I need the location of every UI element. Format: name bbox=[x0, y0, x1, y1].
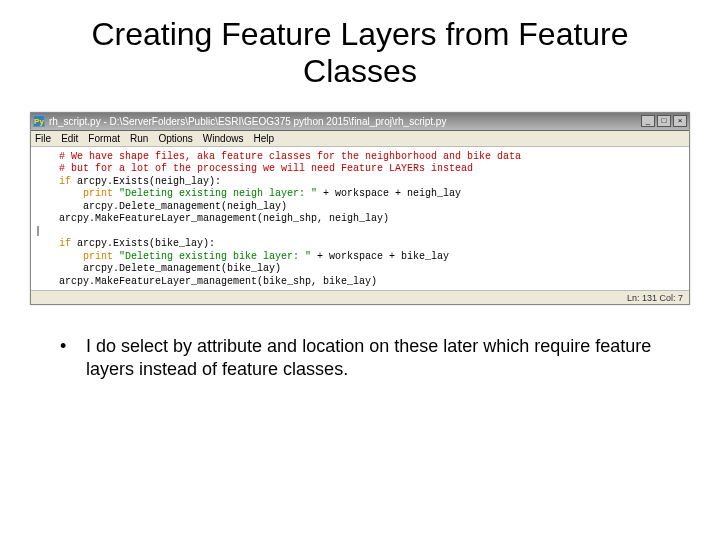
code-string-1: "Deleting existing neigh layer: " bbox=[113, 188, 317, 199]
close-button[interactable]: × bbox=[673, 115, 687, 127]
code-editor[interactable]: # We have shape files, aka feature class… bbox=[31, 147, 689, 291]
bullet-text: I do select by attribute and location on… bbox=[86, 335, 660, 380]
code-line-9b: + workspace + bike_lay bbox=[311, 251, 449, 262]
code-string-2: "Deleting existing bike layer: " bbox=[113, 251, 311, 262]
code-line-4b: + workspace + neigh_lay bbox=[317, 188, 461, 199]
code-line-3: arcpy.Exists(neigh_lay): bbox=[71, 176, 221, 187]
bullet-dot-icon: • bbox=[60, 335, 86, 380]
code-line-6: arcpy.MakeFeatureLayer_management(neigh_… bbox=[59, 213, 389, 224]
minimize-button[interactable]: _ bbox=[641, 115, 655, 127]
window-title-text: rh_script.py - D:\ServerFolders\Public\E… bbox=[49, 116, 641, 127]
menu-file[interactable]: File bbox=[35, 133, 51, 144]
code-print-1: print bbox=[83, 188, 113, 199]
titlebar: Py rh_script.py - D:\ServerFolders\Publi… bbox=[31, 113, 689, 131]
code-line-10: arcpy.Delete_management(bike_lay) bbox=[59, 263, 281, 274]
code-if-2: if bbox=[59, 238, 71, 249]
cursor-position: Ln: 131 Col: 7 bbox=[627, 293, 683, 303]
menu-windows[interactable]: Windows bbox=[203, 133, 244, 144]
menu-edit[interactable]: Edit bbox=[61, 133, 78, 144]
code-comment-2: # but for a lot of the processing we wil… bbox=[59, 163, 473, 174]
menu-format[interactable]: Format bbox=[88, 133, 120, 144]
bullet-list: • I do select by attribute and location … bbox=[60, 335, 660, 380]
statusbar: Ln: 131 Col: 7 bbox=[31, 290, 689, 304]
ide-window: Py rh_script.py - D:\ServerFolders\Publi… bbox=[30, 112, 690, 306]
maximize-button[interactable]: □ bbox=[657, 115, 671, 127]
menu-options[interactable]: Options bbox=[158, 133, 192, 144]
text-caret: | bbox=[35, 226, 683, 239]
code-line-5: arcpy.Delete_management(neigh_lay) bbox=[59, 201, 287, 212]
menu-run[interactable]: Run bbox=[130, 133, 148, 144]
code-comment-1: # We have shape files, aka feature class… bbox=[59, 151, 521, 162]
window-controls: _ □ × bbox=[641, 115, 687, 127]
python-idle-icon: Py bbox=[33, 115, 45, 127]
code-line-8: arcpy.Exists(bike_lay): bbox=[71, 238, 215, 249]
code-if-1: if bbox=[59, 176, 71, 187]
slide-title: Creating Feature Layers from Feature Cla… bbox=[0, 0, 720, 98]
code-line-11: arcpy.MakeFeatureLayer_management(bike_s… bbox=[59, 276, 377, 287]
code-print-2: print bbox=[83, 251, 113, 262]
menubar: File Edit Format Run Options Windows Hel… bbox=[31, 131, 689, 147]
menu-help[interactable]: Help bbox=[253, 133, 274, 144]
